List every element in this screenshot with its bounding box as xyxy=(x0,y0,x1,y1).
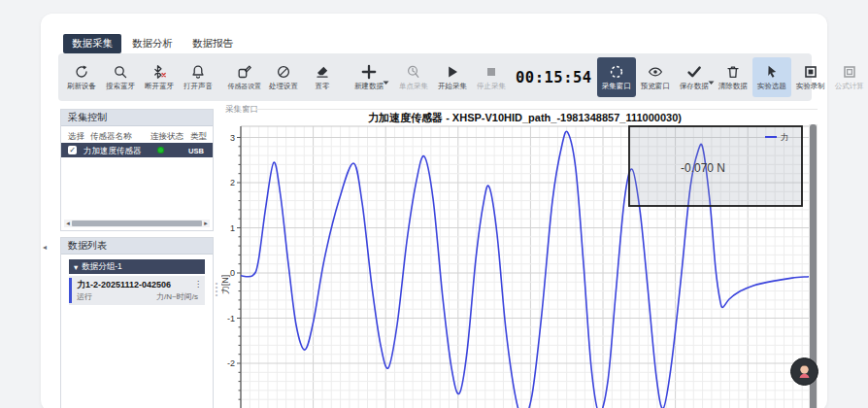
col-sensor-name: 传感器名称 xyxy=(90,131,132,143)
data-group-row[interactable]: ▾ 数据分组-1 xyxy=(69,259,205,274)
toolbar-button-plus[interactable]: 新建数据 xyxy=(350,56,388,98)
single-point-icon xyxy=(406,63,421,80)
plus-icon xyxy=(361,63,377,80)
chevron-down-icon[interactable]: ▾ xyxy=(74,262,78,272)
kebab-menu-icon[interactable]: ⋮ xyxy=(194,280,202,289)
connection-status-dot xyxy=(157,147,164,153)
legend-label: 力 xyxy=(781,132,789,142)
sensor-type: USB xyxy=(188,147,204,155)
toolbar-button-label: 保存数据 xyxy=(680,82,709,91)
assistant-avatar-button[interactable] xyxy=(790,357,818,386)
check-icon xyxy=(686,63,702,80)
app-window: 数据采集数据分析数据报告 刷新设备搜索蓝牙断开蓝牙打开声音传感器设置处理设置置零… xyxy=(41,14,827,408)
toolbar-button-label: 清除数据 xyxy=(718,82,748,91)
pointer-icon xyxy=(764,63,780,80)
col-select: 选择 xyxy=(68,131,84,143)
toolbar-button-zero-eraser[interactable]: 置零 xyxy=(303,56,342,98)
toolbar-button-trash[interactable]: 清除数据 xyxy=(714,56,752,98)
toolbar-button-pointer[interactable]: 实验选题 xyxy=(752,57,791,97)
search-icon xyxy=(113,63,128,80)
data-item-title: 力1-2-20251112-042506 xyxy=(77,279,171,291)
toolbar-button-label: 单点采集 xyxy=(399,82,428,91)
bluetooth-disconnect-icon xyxy=(151,63,167,80)
tab-collect[interactable]: 数据采集 xyxy=(63,34,121,53)
refresh-icon xyxy=(74,63,89,80)
sensor-settings-icon xyxy=(237,63,252,80)
dashed-circle-icon xyxy=(609,63,624,80)
data-item-status: 运行 xyxy=(77,291,92,302)
toolbar-button-label: 处理设置 xyxy=(269,82,298,91)
toolbar-button-single-point: 单点采集 xyxy=(394,56,433,98)
scroll-left-icon[interactable]: ◂ xyxy=(64,220,72,227)
toolbar-button-label: 实验录制 xyxy=(796,82,825,91)
bell-icon xyxy=(190,63,206,80)
pane-divider xyxy=(256,109,818,110)
panel-splitter-handle[interactable]: •••• xyxy=(215,282,218,297)
data-group-label: 数据分组-1 xyxy=(82,261,122,273)
chart-title: 力加速度传感器 - XHSP-V10HID_path_-1981348857_1… xyxy=(241,111,809,125)
sensor-table-header: 选择 传感器名称 连接状态 类型 xyxy=(61,126,213,144)
y-tick-label: 2 xyxy=(230,178,235,187)
toolbar-button-dashed-circle[interactable]: 采集窗口 xyxy=(597,57,636,97)
sensor-name: 力加速度传感器 xyxy=(83,146,142,157)
tab-bar: 数据采集数据分析数据报告 xyxy=(63,34,242,53)
toolbar-button-label: 采集窗口 xyxy=(602,82,631,91)
formula-icon xyxy=(842,63,857,80)
waveform-chart[interactable]: 3210-1-2力[N]-0.070 N力 xyxy=(221,124,820,408)
toolbar-button-label: 实验选题 xyxy=(757,82,786,91)
tab-report[interactable]: 数据报告 xyxy=(184,34,242,53)
readout-value: -0.070 N xyxy=(681,161,725,175)
toolbar-button-stop: 停止采集 xyxy=(472,56,511,98)
toolbar-button-record[interactable]: 实验录制 xyxy=(791,56,830,98)
toolbar-button-label: 公式计算 xyxy=(835,82,864,91)
col-conn-status: 连接状态 xyxy=(150,131,184,143)
scrollbar-thumb[interactable] xyxy=(72,221,202,226)
process-settings-icon xyxy=(276,63,291,80)
item-accent-bar xyxy=(69,278,72,303)
toolbar-button-eye[interactable]: 预览窗口 xyxy=(636,56,675,98)
zero-eraser-icon xyxy=(315,63,330,80)
y-axis-label: 力[N] xyxy=(221,275,230,295)
toolbar-button-play[interactable]: 开始采集 xyxy=(433,56,472,98)
toolbar-button-label: 传感器设置 xyxy=(228,82,262,90)
y-tick-label: 3 xyxy=(230,133,235,143)
data-list-header: 数据列表 xyxy=(61,238,213,255)
toolbar-button-search[interactable]: 搜索蓝牙 xyxy=(101,56,140,98)
data-item-axes: 力/N~时间/s xyxy=(156,291,198,302)
sensor-checkbox[interactable]: ✓ xyxy=(68,146,77,154)
stop-icon xyxy=(484,63,499,80)
y-tick-label: -2 xyxy=(227,358,235,368)
horizontal-scrollbar[interactable]: ◂ ▸ xyxy=(64,220,210,227)
scroll-right-icon[interactable]: ▸ xyxy=(202,220,210,227)
play-icon xyxy=(445,63,460,80)
eye-icon xyxy=(648,63,663,80)
toolbar-button-label: 开始采集 xyxy=(438,82,467,91)
record-icon xyxy=(803,63,818,80)
collect-control-panel: 采集控制 选择 传感器名称 连接状态 类型 ✓ 力加速度传感器 USB ◂ ▸ xyxy=(60,109,214,231)
toolbar-button-check[interactable]: 保存数据 xyxy=(675,56,714,98)
y-tick-label: -1 xyxy=(227,314,235,323)
data-list-title: 数据列表 xyxy=(68,239,107,253)
sidebar-collapse-button[interactable]: ◂ xyxy=(43,243,47,252)
chevron-down-icon[interactable] xyxy=(383,72,389,89)
main-toolbar: 刷新设备搜索蓝牙断开蓝牙打开声音传感器设置处理设置置零新建数据单点采集开始采集停… xyxy=(58,53,812,101)
toolbar-button-label: 打开声音 xyxy=(184,82,213,91)
tab-analyze[interactable]: 数据分析 xyxy=(123,34,182,53)
toolbar-button-label: 预览窗口 xyxy=(641,82,670,91)
toolbar-button-refresh[interactable]: 刷新设备 xyxy=(62,56,101,98)
toolbar-button-label: 断开蓝牙 xyxy=(145,82,174,91)
toolbar-button-formula: 公式计算 xyxy=(830,56,868,98)
toolbar-button-bell[interactable]: 打开声音 xyxy=(179,56,217,98)
toolbar-button-label: 新建数据 xyxy=(354,82,384,91)
y-tick-label: 0 xyxy=(230,268,235,278)
collection-timer: 00:15:54 xyxy=(511,69,597,86)
trash-icon xyxy=(725,63,741,80)
toolbar-button-process-settings[interactable]: 处理设置 xyxy=(264,56,303,98)
collect-control-header: 采集控制 xyxy=(61,110,213,126)
sensor-row[interactable]: ✓ 力加速度传感器 USB xyxy=(61,143,213,157)
toolbar-button-bluetooth-disconnect[interactable]: 断开蓝牙 xyxy=(140,56,179,98)
toolbar-button-sensor-settings[interactable]: 传感器设置 xyxy=(225,56,264,98)
data-list-item[interactable]: 力1-2-20251112-042506 ⋮ 运行 力/N~时间/s xyxy=(69,276,205,305)
toolbar-button-label: 搜索蓝牙 xyxy=(106,82,135,91)
col-type: 类型 xyxy=(190,131,207,143)
